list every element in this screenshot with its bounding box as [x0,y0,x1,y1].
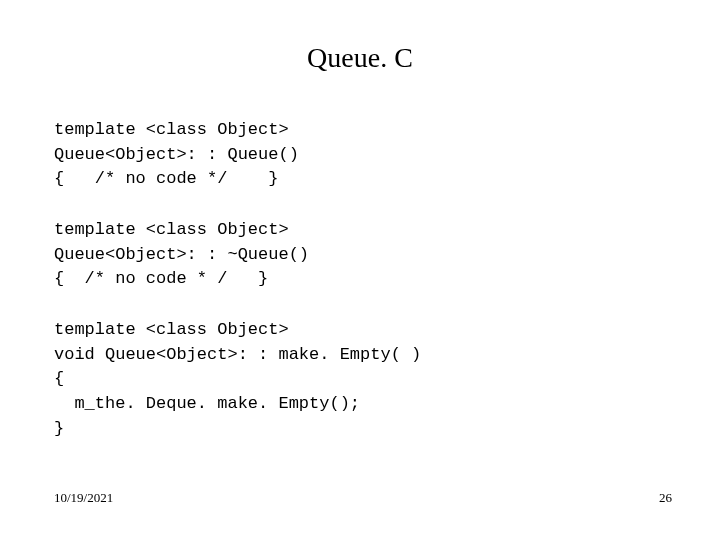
footer-date: 10/19/2021 [54,490,113,506]
footer-page-number: 26 [659,490,672,506]
code-block-constructor: template <class Object> Queue<Object>: :… [54,118,299,192]
slide-title: Queue. C [0,42,720,74]
code-block-destructor: template <class Object> Queue<Object>: :… [54,218,309,292]
code-block-makeempty: template <class Object> void Queue<Objec… [54,318,421,441]
slide: Queue. C template <class Object> Queue<O… [0,0,720,540]
